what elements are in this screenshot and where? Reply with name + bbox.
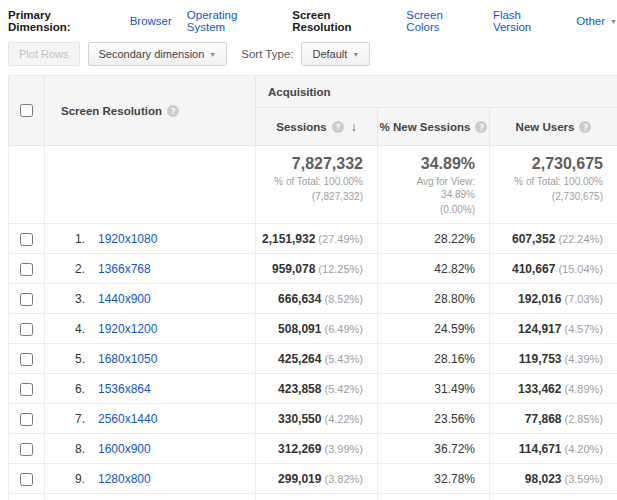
resolution-cell: 1.1920x1080: [45, 224, 256, 254]
sessions-cell: 423,858(5.42%): [256, 374, 378, 404]
new-sessions-total: 34.89%: [386, 155, 475, 173]
sessions-cell: 228,590(2.92%): [256, 494, 378, 500]
new-sessions-cell: 45.06%: [378, 494, 490, 500]
new-users-percent: (4.57%): [564, 323, 603, 335]
row-checkbox[interactable]: [20, 263, 33, 276]
row-checkbox[interactable]: [20, 413, 33, 426]
resolution-link[interactable]: 1920x1080: [98, 232, 157, 246]
primary-dimension-other-label[interactable]: Other: [576, 15, 605, 27]
select-all-checkbox[interactable]: [20, 104, 33, 117]
sessions-cell: 666,634(8.52%): [256, 284, 378, 314]
resolution-cell: 5.1680x1050: [45, 344, 256, 374]
sessions-cell: 959,078(12.25%): [256, 254, 378, 284]
new-sessions-total-sub: Avg for View: 34.89%: [386, 175, 475, 201]
secondary-dimension-dropdown[interactable]: Secondary dimension▼: [88, 42, 228, 66]
new-users-value: 133,462: [518, 382, 561, 396]
sessions-column-header[interactable]: Sessions?↓: [256, 108, 378, 146]
plot-rows-label: Plot Rows: [19, 48, 69, 60]
help-icon[interactable]: ?: [475, 121, 487, 133]
sessions-value: 2,151,932: [262, 232, 315, 246]
row-checkbox[interactable]: [20, 353, 33, 366]
row-checkbox-cell: [9, 254, 45, 284]
sessions-value: 425,264: [278, 352, 321, 366]
new-users-total-sub: % of Total: 100.00%: [498, 175, 603, 188]
sessions-cell: 2,151,932(27.49%): [256, 224, 378, 254]
resolution-cell: 8.1600x900: [45, 434, 256, 464]
primary-dimension-screen-resolution[interactable]: Screen Resolution: [292, 9, 391, 33]
new-users-cell: 98,023(3.59%): [490, 464, 617, 494]
new-users-value: 98,023: [525, 472, 562, 486]
row-checkbox[interactable]: [20, 293, 33, 306]
new-users-value: 119,753: [519, 352, 562, 366]
help-icon[interactable]: ?: [167, 105, 179, 117]
resolution-link[interactable]: 2560x1440: [98, 412, 157, 426]
new-sessions-column-header[interactable]: % New Sessions?: [378, 108, 490, 146]
sessions-percent: (5.42%): [324, 383, 363, 395]
sessions-percent: (27.49%): [318, 233, 363, 245]
acquisition-group-label: Acquisition: [268, 86, 331, 98]
row-checkbox-cell: [9, 314, 45, 344]
new-users-cell: 192,016(7.03%): [490, 284, 617, 314]
help-icon[interactable]: ?: [579, 121, 591, 133]
caret-down-icon: ▼: [209, 51, 216, 58]
sessions-value: 299,019: [278, 472, 321, 486]
caret-down-icon: ▼: [352, 51, 359, 58]
resolution-cell: 9.1280x800: [45, 464, 256, 494]
sessions-value: 508,091: [278, 322, 321, 336]
row-checkbox[interactable]: [20, 473, 33, 486]
row-checkbox-cell: [9, 494, 45, 500]
primary-dimension-screen-colors[interactable]: Screen Colors: [406, 9, 478, 33]
resolution-link[interactable]: 1680x1050: [98, 352, 157, 366]
primary-dimension-operating-system[interactable]: Operating System: [187, 9, 277, 33]
resolution-cell: 3.1440x900: [45, 284, 256, 314]
new-sessions-value: 36.72%: [434, 442, 475, 456]
sessions-percent: (3.82%): [324, 473, 363, 485]
row-checkbox[interactable]: [20, 233, 33, 246]
resolution-link[interactable]: 1600x900: [98, 442, 151, 456]
primary-dimension-flash-version[interactable]: Flash Version: [493, 9, 561, 33]
row-checkbox[interactable]: [20, 323, 33, 336]
row-rank: 2.: [61, 262, 85, 276]
resolution-link[interactable]: 1366x768: [98, 262, 151, 276]
sessions-value: 330,550: [278, 412, 321, 426]
resolution-link[interactable]: 1536x864: [98, 382, 151, 396]
primary-dimension-browser[interactable]: Browser: [130, 15, 172, 27]
report-table: Screen Resolution? Acquisition Sessions?…: [8, 75, 617, 500]
resolution-link[interactable]: 1280x800: [98, 472, 151, 486]
table-row: 1.1920x1080 2,151,932(27.49%) 28.22% 607…: [9, 224, 617, 254]
row-rank: 8.: [61, 442, 85, 456]
table-row: 10.1280x1024 228,590(2.92%) 45.06% 103,0…: [9, 494, 617, 500]
row-checkbox[interactable]: [20, 383, 33, 396]
new-sessions-total-cell: 34.89% Avg for View: 34.89% (0.00%): [378, 146, 490, 224]
new-sessions-cell: 28.16%: [378, 344, 490, 374]
new-users-percent: (22.24%): [558, 233, 603, 245]
sessions-cell: 299,019(3.82%): [256, 464, 378, 494]
resolution-link[interactable]: 1440x900: [98, 292, 151, 306]
new-users-total-sub: (2,730,675): [498, 190, 603, 203]
help-icon[interactable]: ?: [332, 121, 344, 133]
dimension-column-header[interactable]: Screen Resolution?: [45, 76, 256, 146]
primary-dimension-other-dropdown[interactable]: Other▼: [576, 15, 617, 27]
row-rank: 9.: [61, 472, 85, 486]
new-sessions-cell: 28.80%: [378, 284, 490, 314]
new-users-column-header[interactable]: New Users?: [490, 108, 617, 146]
sessions-value: 666,634: [278, 292, 321, 306]
new-sessions-total-sub: (0.00%): [386, 203, 475, 216]
table-row: 7.2560x1440 330,550(4.22%) 23.56% 77,868…: [9, 404, 617, 434]
sessions-percent: (5.43%): [324, 353, 363, 365]
sessions-cell: 508,091(6.49%): [256, 314, 378, 344]
new-users-percent: (7.03%): [564, 293, 603, 305]
resolution-link[interactable]: 1920x1200: [98, 322, 157, 336]
new-users-cell: 607,352(22.24%): [490, 224, 617, 254]
row-checkbox-cell: [9, 224, 45, 254]
new-users-cell: 114,671(4.20%): [490, 434, 617, 464]
sort-type-dropdown[interactable]: Default▼: [301, 42, 370, 66]
new-sessions-cell: 36.72%: [378, 434, 490, 464]
plot-rows-button[interactable]: Plot Rows: [8, 42, 80, 66]
row-checkbox[interactable]: [20, 443, 33, 456]
secondary-dimension-label: Secondary dimension: [99, 48, 205, 60]
new-sessions-value: 32.78%: [434, 472, 475, 486]
primary-dimension-bar: Primary Dimension: Browser Operating Sys…: [8, 7, 617, 42]
table-toolbar: Plot Rows Secondary dimension▼ Sort Type…: [8, 42, 617, 75]
new-users-value: 77,868: [525, 412, 562, 426]
